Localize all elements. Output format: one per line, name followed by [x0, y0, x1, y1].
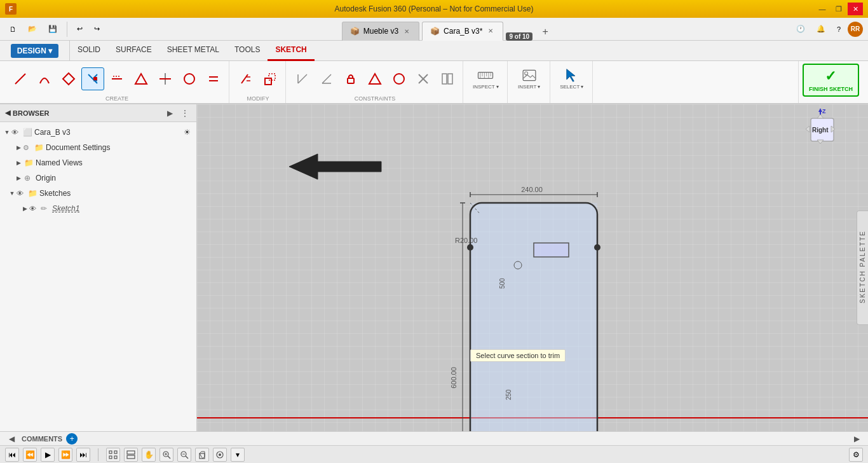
view-cube-btn[interactable] — [195, 448, 209, 462]
nav-play-btn[interactable]: ▶ — [41, 448, 55, 462]
tree-sketch1[interactable]: ▶ 👁 ✏ Sketch1 — [0, 201, 196, 216]
finish-sketch-button[interactable]: ✓ FINISH SKETCH — [803, 64, 859, 97]
notification-button[interactable]: 🔔 — [812, 20, 830, 38]
tree-expand-sketches[interactable]: ▼ — [8, 189, 17, 198]
comments-collapse-btn[interactable]: ◀ — [5, 432, 18, 445]
canvas-area[interactable]: 240.00 R20.00 600.00 500 250 — [197, 104, 868, 431]
new-button[interactable]: 🗋 — [5, 20, 21, 38]
nav-last-btn[interactable]: ⏭ — [76, 448, 90, 462]
menu-surface[interactable]: SURFACE — [108, 41, 159, 61]
save-button[interactable]: 💾 — [44, 20, 62, 38]
tree-expand-doc[interactable]: ▶ — [14, 143, 23, 152]
tab-mueble[interactable]: 📦 Mueble v3 ✕ — [342, 22, 419, 41]
help-button[interactable]: ? — [832, 20, 845, 38]
tree-sketches[interactable]: ▼ 👁 📁 Sketches — [0, 186, 196, 201]
tree-light-root[interactable]: ☀ — [182, 128, 191, 137]
browser-menu-btn[interactable]: ⋮ — [179, 107, 191, 120]
menu-tools[interactable]: TOOLS — [227, 41, 268, 61]
layout-tool[interactable] — [436, 67, 459, 90]
constraint-line-tool[interactable] — [291, 67, 314, 90]
diagonal-line-tool[interactable] — [234, 67, 257, 90]
svg-marker-4 — [135, 74, 147, 84]
tree-root-item[interactable]: ▼ 👁 ⬜ Cara_B v3 ☀ — [0, 125, 196, 140]
design-button[interactable]: DESIGN ▾ — [11, 44, 58, 58]
svg-line-15 — [298, 74, 307, 83]
tree-expand-sketch1[interactable]: ▶ — [20, 204, 29, 213]
svg-line-95 — [168, 456, 170, 459]
comments-bar: ◀ COMMENTS + ▶ — [0, 431, 868, 445]
comments-right-btn[interactable]: ▶ — [850, 432, 863, 445]
tree-expand-origin[interactable]: ▶ — [14, 174, 23, 183]
scale-tool[interactable] — [259, 67, 281, 90]
add-comment-btn[interactable]: + — [66, 433, 78, 445]
tree-named-views[interactable]: ▶ 📁 Named Views — [0, 155, 196, 170]
ribbon-modify-group: MODIFY — [231, 61, 286, 103]
cut-tool[interactable] — [412, 67, 435, 90]
circle-constraint-tool[interactable] — [388, 67, 410, 90]
toolbar-separator — [67, 22, 67, 37]
select-tool[interactable]: SELECT ▾ — [555, 67, 588, 90]
sketch-palette-tab[interactable]: SKETCH PALETTE — [857, 211, 868, 325]
grid-snap-btn[interactable] — [106, 448, 120, 462]
open-button[interactable]: 📂 — [24, 20, 41, 38]
tree-origin[interactable]: ▶ ⊕ Origin — [0, 170, 196, 186]
triangle-tool[interactable] — [130, 67, 153, 90]
tree-gear-doc[interactable]: ⚙ — [23, 144, 33, 152]
tree-eye-root[interactable]: 👁 — [11, 128, 22, 136]
trim-tool[interactable] — [81, 67, 104, 90]
insert-image-tool[interactable]: INSERT ▾ — [513, 67, 546, 90]
nav-next-btn[interactable]: ⏩ — [58, 448, 72, 462]
tree-doc-settings[interactable]: ▶ ⚙ 📁 Document Settings — [0, 140, 196, 155]
user-avatar[interactable]: RR — [848, 22, 863, 37]
line-tool-2[interactable] — [154, 67, 177, 90]
circle-tool[interactable] — [178, 67, 201, 90]
close-button[interactable]: ✕ — [848, 3, 863, 15]
tree-eye-sketches[interactable]: 👁 — [17, 190, 27, 197]
svg-rect-24 — [442, 74, 447, 84]
minimize-button[interactable]: — — [815, 3, 830, 15]
offset-curve-tool[interactable] — [105, 67, 128, 90]
new-tab-button[interactable]: + — [536, 23, 554, 41]
svg-rect-2 — [93, 77, 97, 81]
svg-line-17 — [322, 74, 331, 83]
tree-eye-sketch1[interactable]: 👁 — [29, 205, 39, 212]
settings-gear-btn[interactable]: ⚙ — [849, 448, 863, 462]
redo-button[interactable]: ↪ — [90, 20, 104, 38]
tree-expand-views[interactable]: ▶ — [14, 158, 23, 167]
tab-mueble-close[interactable]: ✕ — [402, 27, 411, 36]
layout-btn[interactable] — [124, 448, 138, 462]
tree-label-doc: Document Settings — [46, 143, 191, 152]
nav-prev-btn[interactable]: ⏪ — [23, 448, 37, 462]
svg-rect-49 — [534, 243, 569, 257]
menu-solid[interactable]: SOLID — [70, 41, 108, 61]
line-tool[interactable] — [9, 67, 32, 90]
restore-button[interactable]: ❐ — [831, 3, 846, 15]
inspect-measure-tool[interactable]: INSPECT ▾ — [468, 67, 503, 90]
browser-collapse-btn[interactable]: ▶ — [163, 107, 176, 120]
tree-expand-root[interactable]: ▼ — [3, 128, 11, 137]
nav-first-btn[interactable]: ⏮ — [5, 448, 19, 462]
view-cube[interactable]: Z Right — [798, 107, 843, 151]
pan-btn[interactable]: ✋ — [142, 448, 156, 462]
display-settings-btn[interactable] — [213, 448, 227, 462]
tree-icon-sketch1: ✏ — [41, 204, 51, 213]
svg-rect-89 — [109, 456, 112, 459]
tree-label-origin: Origin — [36, 174, 191, 183]
constraint-angle-tool[interactable] — [315, 67, 338, 90]
triangle-constraint-tool[interactable] — [363, 67, 386, 90]
menu-sketch[interactable]: SKETCH — [268, 41, 314, 61]
nav-separator — [98, 448, 98, 461]
zoom-fit-btn[interactable] — [159, 448, 173, 462]
parallel-tool[interactable] — [202, 67, 225, 90]
svg-line-99 — [186, 456, 188, 459]
display-mode-btn[interactable]: ▾ — [231, 448, 245, 462]
tab-cara-close[interactable]: ✕ — [486, 27, 495, 36]
tab-cara[interactable]: 📦 Cara_B v3* ✕ — [422, 22, 503, 41]
menu-sheet-metal[interactable]: SHEET METAL — [159, 41, 227, 61]
undo-button[interactable]: ↩ — [72, 20, 87, 38]
lock-tool[interactable] — [339, 67, 362, 90]
rectangle-tool[interactable] — [57, 67, 80, 90]
history-button[interactable]: 🕐 — [792, 20, 810, 38]
arc-tool[interactable] — [33, 67, 56, 90]
zoom-box-btn[interactable] — [177, 448, 191, 462]
